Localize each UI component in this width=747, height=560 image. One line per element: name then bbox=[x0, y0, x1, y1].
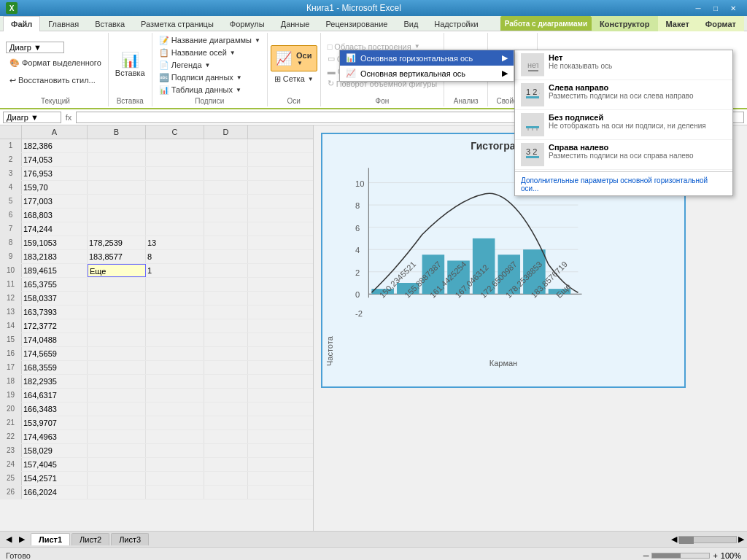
cell-b17[interactable] bbox=[88, 361, 146, 374]
cell-c3[interactable] bbox=[146, 167, 204, 180]
tab-page-layout[interactable]: Разметка страницы bbox=[133, 16, 222, 31]
cell-d10[interactable] bbox=[204, 264, 248, 277]
cell-a15[interactable]: 174,0488 bbox=[22, 333, 88, 346]
sheet-tab-prev[interactable]: ◀ bbox=[3, 534, 15, 544]
cell-d7[interactable] bbox=[204, 222, 248, 236]
cell-a26[interactable]: 166,2024 bbox=[22, 486, 88, 499]
cell-a12[interactable]: 158,0337 bbox=[22, 292, 88, 305]
cell-d9[interactable] bbox=[204, 250, 248, 263]
cell-a5[interactable]: 177,003 bbox=[22, 195, 88, 208]
reset-style-button[interactable]: ↩ Восстановить стил... bbox=[6, 72, 99, 88]
col-header-a[interactable]: A bbox=[22, 125, 88, 139]
cell-a16[interactable]: 174,5659 bbox=[22, 347, 88, 360]
data-labels-button[interactable]: 🔤Подписи данных▼ bbox=[155, 71, 246, 83]
tab-review[interactable]: Рецензирование bbox=[317, 16, 395, 31]
sheet-tab-3[interactable]: Лист3 bbox=[111, 533, 149, 545]
cell-d18[interactable] bbox=[204, 375, 248, 388]
cell-c8[interactable]: 13 bbox=[146, 236, 204, 249]
zoom-control[interactable]: ─ + 100% bbox=[643, 551, 741, 560]
cell-b3[interactable] bbox=[88, 167, 146, 180]
cell-a4[interactable]: 159,70 bbox=[22, 181, 88, 194]
cell-a3[interactable]: 176,953 bbox=[22, 167, 88, 180]
cell-b25[interactable] bbox=[88, 472, 146, 485]
cell-d23[interactable] bbox=[204, 444, 248, 457]
close-button[interactable]: ✕ bbox=[725, 1, 741, 15]
cell-a23[interactable]: 158,029 bbox=[22, 444, 88, 457]
cell-d15[interactable] bbox=[204, 333, 248, 346]
cell-b21[interactable] bbox=[88, 416, 146, 429]
cell-d3[interactable] bbox=[204, 167, 248, 180]
cell-c10[interactable]: 1 bbox=[146, 264, 204, 277]
cell-c24[interactable] bbox=[146, 458, 204, 471]
cell-c9[interactable]: 8 bbox=[146, 250, 204, 263]
h-scrollbar-thumb[interactable] bbox=[679, 537, 694, 544]
cell-d26[interactable] bbox=[204, 486, 248, 499]
cell-d2[interactable] bbox=[204, 153, 248, 166]
cell-a7[interactable]: 174,244 bbox=[22, 222, 88, 236]
cell-b7[interactable] bbox=[88, 222, 146, 236]
axis-option-none[interactable]: нет Нет Не показывать ось bbox=[515, 50, 732, 80]
axes-submenu-vertical[interactable]: 📈 Основная вертикальная ось ▶ bbox=[340, 66, 514, 81]
dropdown-more-options[interactable]: Дополнительные параметры основной горизо… bbox=[515, 174, 732, 195]
tab-view[interactable]: Вид bbox=[395, 16, 426, 31]
zoom-in-button[interactable]: + bbox=[713, 551, 717, 560]
format-selection-button[interactable]: 🎨 Формат выделенного bbox=[6, 55, 105, 71]
tab-constructor[interactable]: Конструктор bbox=[592, 16, 657, 31]
col-header-d[interactable]: D bbox=[204, 125, 248, 139]
cell-a18[interactable]: 182,2935 bbox=[22, 375, 88, 388]
h-scrollbar[interactable]: ◀ ▶ bbox=[668, 534, 747, 544]
grid-button[interactable]: ⊞Сетка▼ bbox=[271, 73, 317, 85]
cell-a6[interactable]: 168,803 bbox=[22, 209, 88, 222]
cell-c16[interactable] bbox=[146, 347, 204, 360]
cell-b2[interactable] bbox=[88, 153, 146, 166]
cell-d8[interactable] bbox=[204, 236, 248, 249]
cell-d11[interactable] bbox=[204, 278, 248, 291]
cell-a19[interactable]: 164,6317 bbox=[22, 389, 88, 402]
tab-data[interactable]: Данные bbox=[273, 16, 318, 31]
cell-c26[interactable] bbox=[146, 486, 204, 499]
cell-c14[interactable] bbox=[146, 319, 204, 332]
cell-c12[interactable] bbox=[146, 292, 204, 305]
cell-b12[interactable] bbox=[88, 292, 146, 305]
cell-d24[interactable] bbox=[204, 458, 248, 471]
cell-c19[interactable] bbox=[146, 389, 204, 402]
cell-c20[interactable] bbox=[146, 402, 204, 416]
cell-d25[interactable] bbox=[204, 472, 248, 485]
name-box[interactable]: Диагр ▼ bbox=[3, 112, 61, 123]
cell-b23[interactable] bbox=[88, 444, 146, 457]
tab-insert[interactable]: Вставка bbox=[87, 16, 133, 31]
cell-d19[interactable] bbox=[204, 389, 248, 402]
cell-a25[interactable]: 154,2571 bbox=[22, 472, 88, 485]
cell-b24[interactable] bbox=[88, 458, 146, 471]
cell-a14[interactable]: 172,3772 bbox=[22, 319, 88, 332]
cell-c2[interactable] bbox=[146, 153, 204, 166]
minimize-button[interactable]: ─ bbox=[690, 1, 706, 15]
cell-d14[interactable] bbox=[204, 319, 248, 332]
current-cell-dropdown[interactable]: Диагр ▼ bbox=[6, 42, 64, 53]
cell-b13[interactable] bbox=[88, 306, 146, 319]
cell-c23[interactable] bbox=[146, 444, 204, 457]
cell-b4[interactable] bbox=[88, 181, 146, 194]
cell-c4[interactable] bbox=[146, 181, 204, 194]
cell-b6[interactable] bbox=[88, 209, 146, 222]
cell-a13[interactable]: 163,7393 bbox=[22, 306, 88, 319]
col-header-c[interactable]: C bbox=[146, 125, 204, 139]
tab-formulas[interactable]: Формулы bbox=[222, 16, 273, 31]
axis-option-ltr[interactable]: 1 2 3 Слева направо Разместить подписи н… bbox=[515, 80, 732, 110]
axis-option-nolabels[interactable]: Без подписей Не отображать на оси ни под… bbox=[515, 110, 732, 140]
tab-maket[interactable]: Макет bbox=[658, 16, 697, 31]
cell-c11[interactable] bbox=[146, 278, 204, 291]
cell-c18[interactable] bbox=[146, 375, 204, 388]
cell-c25[interactable] bbox=[146, 472, 204, 485]
cell-b8[interactable]: 178,2539 bbox=[88, 236, 146, 249]
zoom-slider[interactable] bbox=[651, 553, 710, 559]
cell-c6[interactable] bbox=[146, 209, 204, 222]
cell-a10[interactable]: 189,4615 bbox=[22, 264, 88, 277]
cell-a11[interactable]: 165,3755 bbox=[22, 278, 88, 291]
cell-a22[interactable]: 174,4963 bbox=[22, 430, 88, 443]
cell-b18[interactable] bbox=[88, 375, 146, 388]
tab-home[interactable]: Главная bbox=[40, 16, 87, 31]
cell-c15[interactable] bbox=[146, 333, 204, 346]
axes-button[interactable]: 📈 Оси ▼ bbox=[271, 45, 317, 71]
cell-d1[interactable] bbox=[204, 139, 248, 152]
